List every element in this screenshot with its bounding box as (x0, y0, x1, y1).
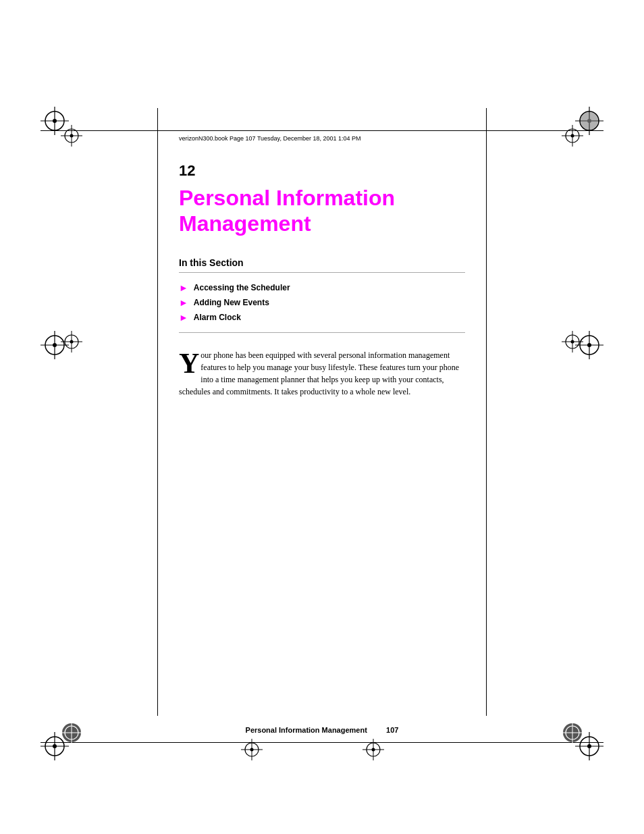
list-item: ► Alarm Clock (179, 312, 465, 323)
crop-mr-inner (562, 331, 583, 355)
crop-bc-right (363, 739, 384, 763)
divider-top (179, 272, 465, 273)
svg-point-32 (571, 340, 574, 344)
vline-left (157, 108, 158, 716)
crop-br-inner (562, 722, 583, 746)
footer-chapter-title: Personal Information Management (246, 726, 367, 734)
body-text: Your phone has been equipped with severa… (179, 349, 465, 398)
page: verizonN300.book Page 107 Tuesday, Decem… (0, 0, 644, 834)
svg-point-28 (587, 343, 591, 347)
svg-point-20 (53, 343, 57, 347)
svg-point-7 (70, 134, 74, 138)
drop-cap: Y (179, 352, 199, 376)
svg-point-3 (53, 119, 57, 123)
section-heading: In this Section (179, 257, 465, 268)
footer-page-number: 107 (386, 726, 398, 734)
toc-item-3: Alarm Clock (194, 313, 241, 322)
svg-point-24 (70, 340, 74, 344)
crop-bc-left (241, 739, 263, 763)
svg-point-52 (250, 748, 254, 752)
footer: Personal Information Management 107 (179, 726, 465, 734)
svg-point-44 (587, 744, 591, 748)
toc-item-2: Adding New Events (194, 298, 269, 307)
svg-point-36 (53, 744, 57, 748)
toc-arrow-2: ► (179, 297, 188, 308)
footer-text: Personal Information Management 107 (246, 726, 399, 734)
hline-bottom (41, 742, 603, 743)
vline-right (486, 108, 487, 716)
body-paragraph: our phone has been equipped with several… (179, 350, 459, 396)
crop-bl-inner (61, 722, 82, 746)
svg-point-16 (571, 134, 574, 138)
toc-arrow-1: ► (179, 282, 188, 293)
svg-point-56 (372, 748, 375, 752)
chapter-title: Personal Information Management (179, 185, 465, 237)
list-item: ► Adding New Events (179, 297, 465, 308)
divider-bottom (179, 332, 465, 333)
main-content: 12 Personal Information Management In th… (179, 138, 465, 733)
toc-arrow-3: ► (179, 312, 188, 323)
list-item: ► Accessing the Scheduler (179, 282, 465, 293)
crop-tr-inner (562, 125, 583, 149)
toc-list: ► Accessing the Scheduler ► Adding New E… (179, 282, 465, 323)
crop-tl-inner (61, 125, 82, 149)
chapter-number: 12 (179, 162, 465, 180)
toc-item-1: Accessing the Scheduler (194, 283, 290, 292)
crop-ml-inner (61, 331, 82, 355)
